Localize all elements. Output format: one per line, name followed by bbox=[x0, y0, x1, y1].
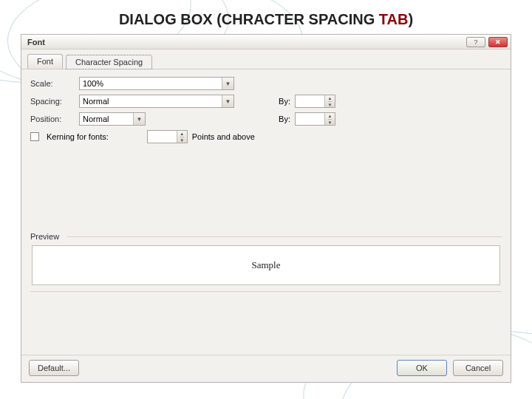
dialog-body: Scale: 100% ▼ Spacing: Normal ▼ By: ▲▼ P… bbox=[21, 69, 511, 355]
stepper-icon[interactable]: ▲▼ bbox=[177, 131, 187, 143]
divider bbox=[30, 291, 502, 292]
kerning-spinner[interactable]: ▲▼ bbox=[147, 130, 188, 143]
preview-sample-text: Sample bbox=[252, 259, 281, 271]
preview-box: Sample bbox=[32, 245, 500, 285]
ok-button[interactable]: OK bbox=[397, 360, 447, 376]
chevron-down-icon[interactable]: ▼ bbox=[222, 95, 233, 107]
slide-title: DIALOG BOX (CHRACTER SPACING TAB) bbox=[0, 11, 532, 28]
dialog-title: Font bbox=[27, 38, 463, 47]
stepper-icon[interactable]: ▲▼ bbox=[324, 95, 335, 107]
scale-label: Scale: bbox=[30, 79, 75, 88]
scale-value: 100% bbox=[83, 79, 103, 88]
position-combo[interactable]: Normal ▼ bbox=[79, 112, 146, 126]
preview-label: Preview bbox=[30, 232, 502, 241]
position-by-label: By: bbox=[273, 115, 290, 123]
spacing-label: Spacing: bbox=[30, 97, 75, 106]
chevron-down-icon[interactable]: ▼ bbox=[133, 113, 145, 125]
spacing-value: Normal bbox=[83, 97, 109, 106]
font-dialog: Font ? ✕ Font Character Spacing Scale: 1… bbox=[21, 34, 511, 383]
tab-character-spacing[interactable]: Character Spacing bbox=[66, 55, 152, 69]
spacing-combo[interactable]: Normal ▼ bbox=[79, 95, 234, 108]
close-button[interactable]: ✕ bbox=[488, 37, 508, 47]
slide-title-suffix: ) bbox=[408, 11, 413, 27]
help-button[interactable]: ? bbox=[466, 37, 485, 47]
default-button[interactable]: Default... bbox=[29, 360, 79, 376]
slide-title-tabword: TAB bbox=[379, 11, 409, 27]
help-icon: ? bbox=[474, 38, 477, 46]
kerning-label: Kerning for fonts: bbox=[47, 132, 109, 141]
dialog-footer: Default... OK Cancel bbox=[21, 355, 511, 382]
cancel-button[interactable]: Cancel bbox=[453, 360, 503, 376]
close-icon: ✕ bbox=[495, 38, 501, 46]
scale-combo[interactable]: 100% ▼ bbox=[79, 77, 234, 90]
spacing-by-label: By: bbox=[273, 97, 290, 106]
dialog-titlebar[interactable]: Font ? ✕ bbox=[21, 35, 511, 50]
position-by-spinner[interactable]: ▲▼ bbox=[295, 112, 335, 126]
tab-font[interactable]: Font bbox=[27, 54, 63, 69]
tab-bar: Font Character Spacing bbox=[21, 50, 511, 69]
chevron-down-icon[interactable]: ▼ bbox=[222, 78, 233, 89]
spacing-by-spinner[interactable]: ▲▼ bbox=[295, 95, 335, 108]
position-label: Position: bbox=[30, 115, 75, 123]
kerning-suffix: Points and above bbox=[192, 132, 255, 141]
position-value: Normal bbox=[83, 115, 109, 123]
kerning-checkbox[interactable] bbox=[30, 132, 39, 141]
slide-title-prefix: DIALOG BOX (CHRACTER SPACING bbox=[119, 11, 379, 27]
stepper-icon[interactable]: ▲▼ bbox=[324, 113, 335, 125]
